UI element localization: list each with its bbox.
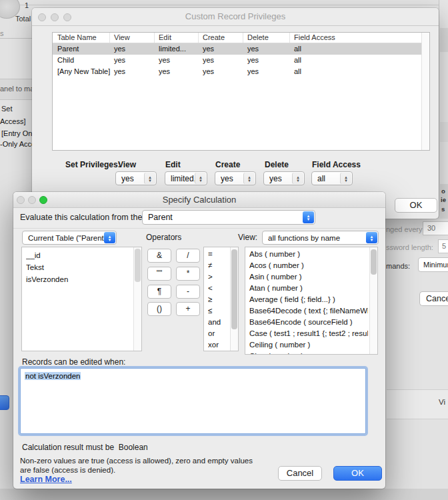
password-length-field[interactable]: 5: [438, 239, 448, 253]
edit-popup[interactable]: limited... ▴▾: [165, 171, 207, 185]
privilege-set-item[interactable]: Access]: [0, 117, 26, 125]
zoom-icon[interactable]: [39, 196, 47, 204]
operator-button-quotes[interactable]: "": [147, 267, 171, 281]
column-header[interactable]: Delete: [247, 33, 269, 41]
field-list-scrollbar[interactable]: [133, 247, 141, 351]
function-item[interactable]: Average ( field {; field...} ): [249, 294, 368, 305]
function-item[interactable]: Abs ( number ): [249, 249, 368, 260]
column-divider: [109, 33, 110, 43]
operator-button-plus[interactable]: +: [176, 302, 200, 316]
cancel-button-fragment[interactable]: Cance: [419, 291, 448, 306]
chevron-down-icon: ▾: [199, 179, 202, 182]
cancel-button-fragment-label: Cance: [426, 294, 448, 303]
function-item[interactable]: Ceiling ( number ): [249, 339, 368, 351]
field-item[interactable]: isVerzonden: [26, 273, 141, 285]
context-popup[interactable]: Parent ▴▾: [142, 210, 315, 225]
minimize-icon[interactable]: [28, 196, 36, 204]
delete-popup[interactable]: yes ▴▾: [263, 171, 305, 185]
delete-button-fragment[interactable]: Delete: [185, 0, 232, 5]
context-popup-value: Parent: [148, 213, 173, 222]
calc-cancel-button[interactable]: Cancel: [278, 466, 322, 481]
edge-block: [440, 28, 448, 52]
edge-block: [440, 122, 448, 142]
function-item[interactable]: Base64Encode ( sourceField ): [249, 317, 368, 328]
view-popup[interactable]: yes ▴▾: [115, 171, 157, 185]
field-access-label: Field Access: [312, 160, 361, 169]
column-header[interactable]: Field Access: [294, 33, 335, 41]
close-icon[interactable]: [17, 196, 25, 204]
function-list-scrollbar[interactable]: [369, 247, 377, 354]
operator-button-minus[interactable]: -: [176, 285, 200, 299]
field-item[interactable]: __id: [26, 249, 141, 261]
column-header[interactable]: Edit: [159, 33, 171, 41]
column-header[interactable]: View: [114, 33, 130, 41]
operator-button-parens[interactable]: (): [147, 302, 171, 316]
view-filter-label: View:: [238, 233, 257, 242]
password-days-field[interactable]: 30: [423, 221, 448, 235]
field-item[interactable]: Tekst: [26, 261, 141, 273]
minimize-icon[interactable]: [51, 13, 59, 21]
function-item[interactable]: Char ( number ): [249, 351, 368, 355]
field-access-popup[interactable]: all ▴▾: [311, 171, 353, 185]
function-item[interactable]: Acos ( number ): [249, 260, 368, 271]
chevron-down-icon: ▾: [149, 179, 151, 182]
cell: yes: [203, 67, 214, 75]
crp-dialog: Custom Record Privileges Table Name View…: [32, 8, 439, 219]
scrollbar-thumb[interactable]: [135, 249, 141, 282]
crp-ok-button[interactable]: OK: [395, 198, 437, 213]
table-scrollbar[interactable]: [421, 33, 429, 150]
calc-ok-button[interactable]: OK: [333, 466, 382, 481]
cell: all: [294, 45, 301, 53]
privilege-set-item[interactable]: -Only Acce: [0, 140, 35, 148]
operator-button-ampersand[interactable]: &: [147, 249, 171, 263]
close-icon[interactable]: [38, 13, 46, 21]
operator-button-label: "": [157, 269, 163, 278]
background-blue-button-fragment[interactable]: [0, 395, 9, 410]
field-access-popup-value: all: [317, 174, 325, 183]
chevron-down-icon: ▾: [248, 179, 251, 182]
chevron-down-icon: ▾: [109, 238, 111, 241]
functions-view-popup[interactable]: all functions by name ▴▾: [262, 231, 379, 245]
cell: yes: [114, 45, 125, 53]
function-item[interactable]: Asin ( number ): [249, 271, 368, 283]
commands-label-fragment: mands:: [386, 262, 410, 270]
commands-popup-fragment[interactable]: Minimum: [418, 257, 448, 272]
view-button-fragment[interactable]: Vi: [439, 398, 445, 406]
crp-titlebar[interactable]: Custom Record Privileges: [32, 8, 439, 26]
operator-item[interactable]: not: [208, 351, 238, 351]
function-item[interactable]: Base64Decode ( text {; fileNameWi...: [249, 305, 368, 317]
cell: yes: [203, 56, 214, 64]
crp-table-header: Table Name View Edit Create Delete Field…: [53, 33, 429, 43]
operator-button-divide[interactable]: /: [176, 249, 200, 263]
table-row-selected[interactable]: Parent yes limited... yes yes all: [53, 43, 421, 55]
table-row[interactable]: Child yes yes yes yes all: [53, 55, 421, 66]
calc-cancel-label: Cancel: [287, 468, 313, 478]
operator-button-multiply[interactable]: *: [176, 267, 200, 281]
column-divider: [243, 33, 243, 43]
popup-stepper-icon: ▴▾: [144, 173, 155, 184]
cell: Parent: [57, 45, 79, 53]
table-row[interactable]: [Any New Table] yes yes yes yes all: [53, 66, 421, 77]
zoom-icon[interactable]: [63, 13, 71, 21]
column-header[interactable]: Create: [203, 33, 225, 41]
commands-popup-value: Minimum: [423, 261, 448, 269]
scrollbar-thumb[interactable]: [371, 249, 377, 275]
operator-button-pilcrow[interactable]: ¶: [147, 285, 171, 299]
column-header[interactable]: Table Name: [57, 33, 97, 41]
function-item[interactable]: Atan ( number ): [249, 283, 368, 294]
crp-ok-label: OK: [410, 200, 423, 210]
bottom-band: [0, 489, 448, 500]
field-table-popup[interactable]: Current Table ("Parent") ▴▾: [22, 231, 117, 245]
function-item[interactable]: Case ( test1 ; result1 {; test2 ; resul.…: [249, 328, 368, 339]
cell: yes: [114, 56, 125, 64]
functions-view-popup-value: all functions by name: [268, 234, 340, 242]
learn-more-link[interactable]: Learn More...: [20, 475, 72, 484]
calc-title: Specify Calculation: [13, 192, 385, 207]
operator-list-scrollbar[interactable]: [230, 247, 238, 351]
create-popup[interactable]: yes ▴▾: [215, 171, 256, 185]
formula-textbox[interactable]: not isVerzonden: [20, 368, 366, 434]
side-fragment: s: [0, 29, 4, 37]
record-count: 1: [25, 1, 29, 9]
scrollbar-thumb[interactable]: [231, 249, 237, 329]
calc-titlebar[interactable]: Specify Calculation: [13, 192, 385, 208]
